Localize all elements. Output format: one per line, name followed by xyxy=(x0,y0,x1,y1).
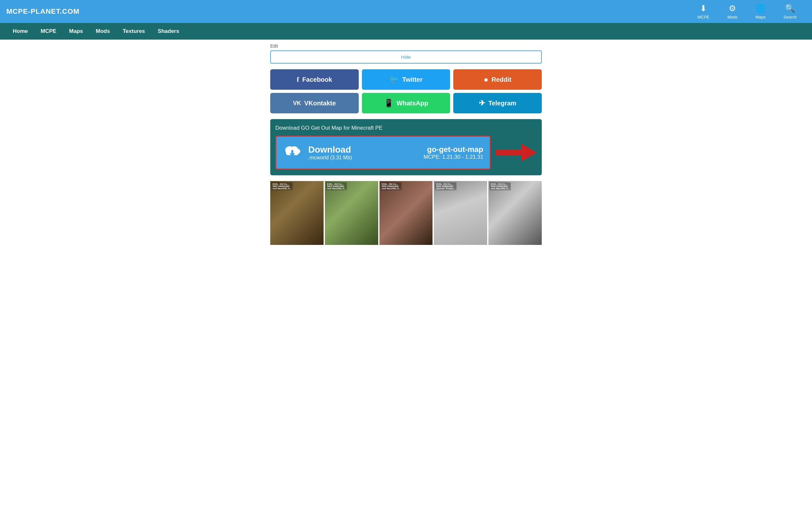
download-cloud-icon xyxy=(283,141,302,164)
red-arrow-container xyxy=(496,144,537,162)
screenshots-row: ESSL_310 Co...5902 SAMSUNGeast Nano530, … xyxy=(270,181,542,245)
mcpe-icon: ⬇ xyxy=(700,3,707,13)
nav-shaders[interactable]: Shaders xyxy=(151,23,186,40)
download-right: go-get-out-map MCPE: 1.21.30 - 1.21.31 xyxy=(423,145,483,160)
download-version: MCPE: 1.21.30 - 1.21.31 xyxy=(423,154,483,160)
edit-label: Edit xyxy=(270,43,542,48)
download-main-text: Download xyxy=(308,145,352,155)
screenshot-4[interactable]: ESSL_310 Co...5902 SAMSUNGQueries: Produ… xyxy=(434,181,487,245)
search-icon: 🔍 xyxy=(785,3,795,13)
facebook-label: Facebook xyxy=(302,76,332,83)
download-section: Download GO Get Out Map for Minecraft PE xyxy=(270,119,542,175)
maps-icon: 🌐 xyxy=(755,3,766,13)
thumb-overlay-3: ESSL_310 Co...5902 SAMSUNGeast Nano530, … xyxy=(381,182,402,190)
thumb-overlay-1: ESSL_310 Co...5902 SAMSUNGeast Nano530, … xyxy=(272,182,293,190)
twitter-icon: 🐦 xyxy=(389,75,399,84)
reddit-label: Reddit xyxy=(492,76,511,83)
red-arrow-head xyxy=(521,144,537,162)
nav-mods[interactable]: Mods xyxy=(89,23,116,40)
top-nav-mcpe-label: MCPE xyxy=(697,15,709,19)
telegram-icon: ✈ xyxy=(479,99,485,108)
top-nav-mcpe[interactable]: ⬇ MCPE xyxy=(688,0,719,23)
vk-icon: VK xyxy=(293,100,301,107)
download-filename: go-get-out-map xyxy=(423,145,483,154)
svg-marker-6 xyxy=(290,153,295,158)
top-bar: MCPE-PLANET.COM ⬇ MCPE ⚙ Mods 🌐 Maps 🔍 S… xyxy=(0,0,812,23)
nav-maps[interactable]: Maps xyxy=(63,23,89,40)
facebook-button[interactable]: f Facebook xyxy=(270,69,359,90)
top-nav-search-label: Search xyxy=(784,15,797,19)
top-nav-search[interactable]: 🔍 Search xyxy=(774,0,806,23)
facebook-icon: f xyxy=(297,75,299,84)
download-section-label: Download GO Get Out Map for Minecraft PE xyxy=(275,125,537,131)
nav-textures[interactable]: Textures xyxy=(116,23,151,40)
twitter-button[interactable]: 🐦 Twitter xyxy=(362,69,450,90)
thumb-overlay-5: ESSL_310 Co...5902 SAMSUNGeast Nano530, … xyxy=(490,182,511,190)
vkontakte-label: VKontakte xyxy=(304,100,336,107)
mods-icon: ⚙ xyxy=(729,3,736,13)
download-text-block: Download .mcworld (3.31 Mb) xyxy=(308,145,352,161)
secondary-nav: Home MCPE Maps Mods Textures Shaders xyxy=(0,23,812,40)
whatsapp-icon: 📱 xyxy=(384,99,393,108)
main-content: Edit Hide f Facebook 🐦 Twitter ● Reddit … xyxy=(267,40,545,249)
thumb-overlay-2: ESSL_310 Co...5902 SAMSUNGeast Nano530, … xyxy=(326,182,347,190)
whatsapp-label: WhatsApp xyxy=(397,100,429,107)
telegram-button[interactable]: ✈ Telegram xyxy=(453,93,542,113)
screenshot-5[interactable]: ESSL_310 Co...5902 SAMSUNGeast Nano530, … xyxy=(489,181,542,245)
reddit-icon: ● xyxy=(484,75,489,84)
download-row: Download .mcworld (3.31 Mb) go-get-out-m… xyxy=(275,136,537,169)
screenshot-2[interactable]: ESSL_310 Co...5902 SAMSUNGeast Nano530, … xyxy=(325,181,378,245)
arrow-shaft xyxy=(496,150,521,156)
nav-mcpe[interactable]: MCPE xyxy=(34,23,63,40)
top-nav-maps[interactable]: 🌐 Maps xyxy=(746,0,774,23)
top-nav-icons: ⬇ MCPE ⚙ Mods 🌐 Maps 🔍 Search xyxy=(688,0,806,23)
top-nav-mods[interactable]: ⚙ Mods xyxy=(719,0,746,23)
screenshot-1[interactable]: ESSL_310 Co...5902 SAMSUNGeast Nano530, … xyxy=(270,181,323,245)
social-share-grid: f Facebook 🐦 Twitter ● Reddit VK VKontak… xyxy=(270,69,542,113)
download-sub-text: .mcworld (3.31 Mb) xyxy=(308,155,352,161)
thumb-overlay-4: ESSL_310 Co...5902 SAMSUNGQueries: Produ… xyxy=(435,182,456,190)
download-box[interactable]: Download .mcworld (3.31 Mb) go-get-out-m… xyxy=(275,136,491,169)
twitter-label: Twitter xyxy=(402,76,423,83)
telegram-label: Telegram xyxy=(489,100,516,107)
reddit-button[interactable]: ● Reddit xyxy=(453,69,542,90)
whatsapp-button[interactable]: 📱 WhatsApp xyxy=(362,93,450,113)
top-nav-mods-label: Mods xyxy=(727,15,738,19)
hide-button[interactable]: Hide xyxy=(270,50,542,63)
vkontakte-button[interactable]: VK VKontakte xyxy=(270,93,359,113)
screenshot-3[interactable]: ESSL_310 Co...5902 SAMSUNGeast Nano530, … xyxy=(379,181,433,245)
site-logo: MCPE-PLANET.COM xyxy=(6,8,688,16)
top-nav-maps-label: Maps xyxy=(755,15,766,19)
nav-home[interactable]: Home xyxy=(6,23,34,40)
